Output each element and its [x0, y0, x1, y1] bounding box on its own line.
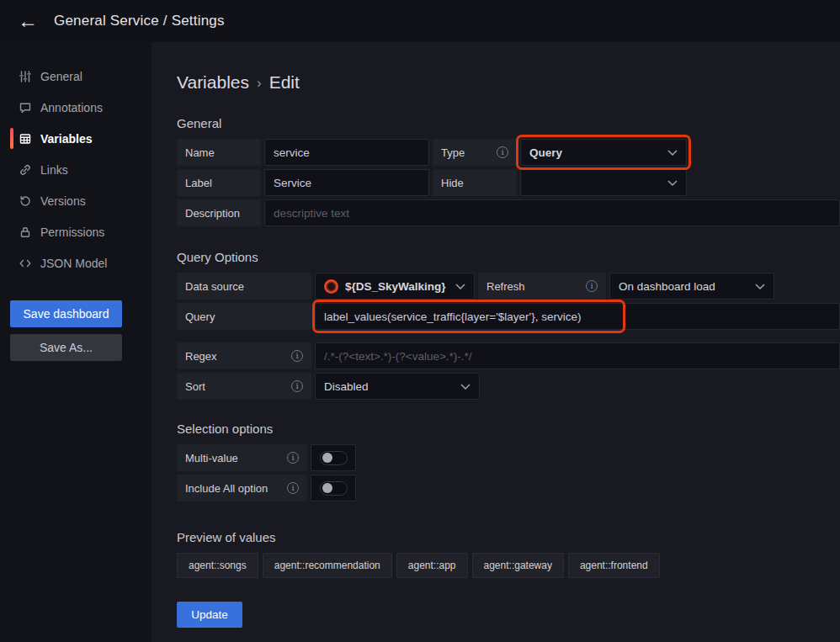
- selection-options-heading: Selection options: [177, 422, 840, 436]
- info-icon[interactable]: i: [291, 350, 303, 362]
- dashboard-title: General Service / Settings: [54, 13, 225, 29]
- query-input[interactable]: [315, 303, 840, 330]
- preview-value-chip: agent::frontend: [568, 553, 660, 578]
- sidebar-item-label: Versions: [40, 194, 86, 208]
- query-options-heading: Query Options: [177, 250, 840, 264]
- include-all-label: Include All option i: [177, 475, 307, 501]
- hide-select[interactable]: [520, 169, 687, 196]
- refresh-label: Refresh i: [478, 273, 606, 300]
- sort-label: Sort i: [177, 373, 311, 400]
- skywalking-logo-icon: [324, 279, 338, 294]
- breadcrumb-current: Edit: [269, 72, 300, 93]
- comment-icon: [19, 101, 32, 114]
- update-button[interactable]: Update: [177, 602, 242, 628]
- info-icon[interactable]: i: [291, 380, 303, 392]
- breadcrumb-variables-link[interactable]: Variables: [177, 72, 249, 93]
- preview-value-chip: agent::app: [396, 553, 468, 578]
- breadcrumb-separator: ›: [257, 73, 262, 92]
- settings-main-panel: Variables › Edit General Name Type i Que…: [152, 42, 840, 642]
- code-brackets-icon: [19, 257, 32, 270]
- sidebar-item-json-model[interactable]: JSON Model: [0, 247, 152, 279]
- info-icon[interactable]: i: [287, 452, 299, 464]
- breadcrumb: Variables › Edit: [177, 72, 840, 93]
- preview-value-chip: agent::recommendation: [263, 553, 392, 578]
- history-icon: [19, 194, 32, 208]
- chevron-down-icon: [455, 284, 465, 289]
- info-icon[interactable]: i: [497, 146, 508, 158]
- save-as-button[interactable]: Save As...: [10, 334, 122, 361]
- regex-label: Regex i: [177, 342, 311, 369]
- link-icon: [19, 163, 32, 177]
- sidebar-item-label: Variables: [40, 132, 93, 146]
- sidebar-item-label: JSON Model: [40, 257, 107, 270]
- toggle-off-switch: [320, 451, 348, 465]
- top-header: ← General Service / Settings: [0, 0, 840, 42]
- chevron-down-icon: [460, 384, 471, 390]
- settings-sidebar: General Annotations Variables Links: [0, 42, 152, 642]
- chevron-down-icon: [667, 150, 678, 156]
- label-input[interactable]: [264, 169, 429, 196]
- hide-label: Hide: [433, 169, 517, 196]
- back-arrow-icon[interactable]: ←: [13, 7, 42, 35]
- type-select[interactable]: Query: [520, 139, 687, 166]
- preview-value-chip: agent::songs: [177, 553, 258, 578]
- data-source-label: Data source: [177, 273, 311, 300]
- type-label: Type i: [433, 139, 517, 166]
- sidebar-item-annotations[interactable]: Annotations: [0, 92, 152, 123]
- preview-value-chip: agent::gateway: [472, 553, 564, 578]
- preview-heading: Preview of values: [177, 530, 840, 544]
- sidebar-item-label: General: [40, 70, 82, 83]
- info-icon[interactable]: i: [586, 280, 598, 292]
- data-source-select[interactable]: ${DS_SkyWalking}: [315, 273, 475, 300]
- info-icon[interactable]: i: [287, 482, 299, 494]
- query-options-section: Query Options Data source ${DS_SkyWalkin…: [177, 250, 840, 400]
- name-input[interactable]: [264, 139, 429, 166]
- sidebar-item-label: Annotations: [40, 101, 103, 114]
- sidebar-item-permissions[interactable]: Permissions: [0, 216, 152, 247]
- chevron-down-icon: [755, 284, 765, 289]
- description-label: Description: [177, 199, 261, 226]
- sidebar-item-links[interactable]: Links: [0, 154, 152, 185]
- sidebar-item-general[interactable]: General: [0, 61, 152, 92]
- sidebar-item-label: Links: [40, 163, 68, 177]
- table-grid-icon: [19, 132, 32, 146]
- general-section: General Name Type i Query Label: [177, 116, 840, 226]
- selection-options-section: Selection options Multi-value i Include …: [177, 422, 840, 501]
- multi-value-label: Multi-value i: [177, 444, 307, 471]
- general-section-heading: General: [177, 116, 840, 130]
- label-label: Label: [177, 169, 261, 196]
- sidebar-item-label: Permissions: [40, 225, 104, 239]
- preview-section: Preview of values agent::songs agent::re…: [177, 530, 840, 578]
- multi-value-toggle[interactable]: [311, 444, 356, 471]
- description-input[interactable]: [264, 199, 840, 226]
- sidebar-item-versions[interactable]: Versions: [0, 185, 152, 216]
- lock-icon: [19, 225, 32, 239]
- regex-input[interactable]: [315, 342, 840, 369]
- toggle-off-switch: [320, 481, 348, 496]
- include-all-toggle[interactable]: [311, 475, 356, 501]
- sidebar-item-variables[interactable]: Variables: [0, 123, 152, 154]
- refresh-select[interactable]: On dashboard load: [609, 273, 774, 300]
- chevron-down-icon: [667, 180, 678, 186]
- sliders-icon: [19, 70, 32, 83]
- name-label: Name: [177, 139, 261, 166]
- query-label: Query: [177, 303, 311, 330]
- sort-select[interactable]: Disabled: [315, 373, 480, 400]
- save-dashboard-button[interactable]: Save dashboard: [10, 300, 122, 327]
